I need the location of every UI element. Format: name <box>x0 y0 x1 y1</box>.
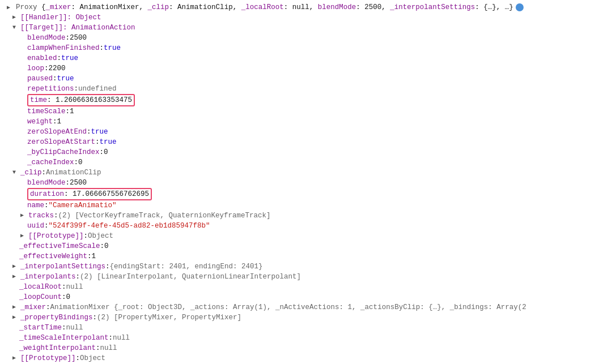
expand-icon[interactable] <box>20 231 27 241</box>
tree-line-clip-prototype: [[Prototype]]: Object <box>0 231 612 241</box>
tree-line-enabled: enabled: true <box>0 53 612 63</box>
expand-icon[interactable] <box>12 12 19 23</box>
property-value: 1 <box>57 117 62 127</box>
property-key: clampWhenFinished <box>27 43 100 53</box>
property-value: null <box>66 282 83 292</box>
colon: : <box>93 312 97 323</box>
property-key: time <box>30 96 47 104</box>
property-key: name <box>27 200 44 211</box>
property-value: 2500 <box>70 33 87 43</box>
tree-line-prototype2: [[Prototype]]: Object <box>0 353 612 363</box>
expand-icon[interactable] <box>12 302 19 312</box>
property-key: enabled <box>27 53 57 63</box>
arrow-right-icon[interactable] <box>7 4 14 11</box>
colon: : <box>96 343 100 353</box>
property-value: AnimationClip <box>46 168 101 178</box>
tree-line-clip-blendMode: blendMode: 2500 <box>0 178 612 188</box>
tree-line-propertyBindings: _propertyBindings: (2) [PropertyMixer, P… <box>0 312 612 323</box>
property-key: _interpolants <box>20 272 76 282</box>
property-key: timeScale <box>27 106 66 117</box>
property-value: 0 <box>104 147 108 157</box>
colon: : <box>44 221 49 231</box>
property-key: _effectiveWeight <box>19 251 87 262</box>
property-value: 0 <box>66 292 71 302</box>
property-key: blendMode <box>27 178 66 188</box>
property-value: true <box>61 53 78 63</box>
tree-line-clip-tracks: tracks: (2) [VectorKeyframeTrack, Quater… <box>0 211 612 221</box>
tree-line-mixer: _mixer: AnimationMixer {_root: Object3D,… <box>0 302 612 312</box>
tree-line-clip: _clip: AnimationClip <box>0 168 612 178</box>
tree-line-timeScaleInterpolant: _timeScaleInterpolant: null <box>0 333 612 343</box>
property-value: "CameraAnimatio" <box>49 200 117 211</box>
colon: : <box>84 231 88 241</box>
property-value: null <box>66 323 83 333</box>
property-key: _propertyBindings <box>20 312 93 323</box>
tree-line-paused: paused: true <box>0 74 612 84</box>
colon: : <box>64 190 73 198</box>
colon: : <box>100 43 104 53</box>
colon: : <box>76 353 80 363</box>
expand-icon[interactable] <box>12 262 19 272</box>
tree-line-target-arrow: [[Target]]: AnimationAction <box>0 23 612 33</box>
expand-icon[interactable] <box>20 211 27 221</box>
tree-line-localRoot: _localRoot: null <box>0 282 612 292</box>
property-key: duration <box>30 190 64 198</box>
property-key: _timeScaleInterpolant <box>19 333 109 343</box>
colon: : <box>42 168 46 178</box>
property-key: _localRoot <box>19 282 62 292</box>
property-value: true <box>104 43 121 53</box>
tree-line-time: time: 1.2606636163353475 <box>0 94 612 106</box>
tree-line-zeroSlopeAtEnd: zeroSlopeAtEnd: true <box>0 127 612 137</box>
property-key: _startTime <box>19 323 62 333</box>
property-key: zeroSlopeAtStart <box>27 137 95 147</box>
property-value: AnimationMixer {_root: Object3D, _action… <box>50 302 526 312</box>
tree-line-clampWhenFinished: clampWhenFinished: true <box>0 43 612 53</box>
property-key: _cacheIndex <box>27 157 74 168</box>
tree-line-zeroSlopeAtStart: zeroSlopeAtStart: true <box>0 137 612 147</box>
expand-icon[interactable] <box>12 312 19 323</box>
property-key: uuid <box>27 221 44 231</box>
property-value: (2) [VectorKeyframeTrack, QuaternionKeyf… <box>58 211 271 221</box>
tree-line-cacheIndex: _cacheIndex: 0 <box>0 157 612 168</box>
property-value: Object <box>80 353 105 363</box>
property-key: paused <box>27 74 53 84</box>
property-key: _loopCount <box>19 292 62 302</box>
tree-line-startTime: _startTime: null <box>0 323 612 333</box>
colon: : <box>46 302 50 312</box>
colon: : <box>44 200 49 211</box>
property-key: _clip <box>20 168 42 178</box>
property-key: tracks <box>28 211 54 221</box>
collapse-icon[interactable] <box>12 168 19 178</box>
property-key: repetitions <box>27 84 74 94</box>
property-value: 1 <box>70 106 74 117</box>
property-key: zeroSlopeAtEnd <box>27 127 87 137</box>
colon: : <box>87 127 91 137</box>
property-value: Object <box>88 231 113 241</box>
tree-line-byClipCacheIndex: _byClipCacheIndex: 0 <box>0 147 612 157</box>
property-value: null <box>100 343 117 353</box>
tree-line-loopCount: _loopCount: 0 <box>0 292 612 302</box>
expand-icon[interactable] <box>12 272 19 282</box>
tree-line-clip-name: name: "CameraAnimatio" <box>0 200 612 211</box>
colon: : <box>100 147 104 157</box>
property-value: 1.2606636163353475 <box>56 96 132 104</box>
tree-line-effectiveWeight: _effectiveWeight: 1 <box>0 251 612 262</box>
expand-icon[interactable] <box>12 353 19 363</box>
property-value: 2200 <box>49 63 66 74</box>
tree-line-weightInterpolant: _weightInterpolant: null <box>0 343 612 353</box>
top-header: Proxy {_mixer: AnimationMixer, _clip: An… <box>0 2 612 12</box>
property-value: (2) [PropertyMixer, PropertyMixer] <box>97 312 241 323</box>
tree-line-effectiveTimeScale: _effectiveTimeScale: 0 <box>0 241 612 251</box>
collapse-icon[interactable] <box>12 23 19 33</box>
colon: : <box>109 333 113 343</box>
property-key: loop <box>27 63 44 74</box>
info-icon[interactable] <box>516 3 524 11</box>
tree-line-timeScale: timeScale: 1 <box>0 106 612 117</box>
tree-line-interpolantSettings: _interpolantSettings: {endingStart: 2401… <box>0 262 612 272</box>
highlighted-property: duration: 17.066667556762695 <box>27 188 152 200</box>
property-value: 0 <box>104 241 109 251</box>
property-key: _byClipCacheIndex <box>27 147 100 157</box>
colon: : <box>66 106 70 117</box>
property-value: 2500 <box>70 178 87 188</box>
tree-line-blendMode: blendMode: 2500 <box>0 33 612 43</box>
